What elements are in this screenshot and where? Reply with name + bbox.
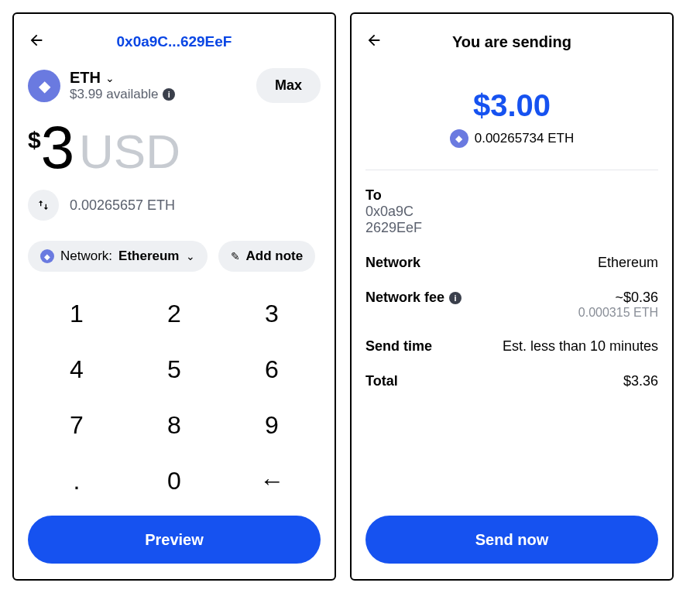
eth-icon: ◆ [40, 249, 54, 263]
network-fee-usd: ~$0.36 [578, 290, 658, 306]
eth-icon: ◆ [28, 70, 60, 102]
screen1-header: 0x0a9C...629EeF [28, 26, 321, 57]
preview-button[interactable]: Preview [28, 516, 321, 564]
pencil-icon: ✎ [231, 250, 240, 262]
chevron-down-icon: ⌄ [105, 72, 115, 84]
eth-icon: ◆ [450, 129, 468, 148]
arrow-left-icon [28, 32, 45, 49]
swap-icon [37, 199, 50, 211]
send-details: To 0x0a9C 2629EeF Network Ethereum Netwo… [365, 187, 658, 389]
send-confirm-screen: You are sending $3.00 ◆ 0.00265734 ETH T… [350, 12, 674, 581]
currency-code: USD [79, 124, 180, 179]
send-amount-usd: $3.00 [473, 88, 551, 123]
amount-display: $ 3 USD [28, 117, 321, 179]
key-7[interactable]: 7 [28, 398, 125, 454]
send-amount-eth: 0.00265734 ETH [475, 131, 575, 146]
network-value: Ethereum [598, 255, 658, 271]
network-chip[interactable]: ◆ Network: Ethereum ⌄ [28, 241, 208, 272]
key-1[interactable]: 1 [28, 286, 125, 341]
key-2[interactable]: 2 [125, 286, 223, 341]
info-icon[interactable]: i [163, 88, 175, 101]
key-6[interactable]: 6 [223, 341, 321, 397]
recipient-address-link[interactable]: 0x0a9C...629EeF [117, 33, 232, 50]
key-0[interactable]: 0 [125, 454, 223, 509]
to-address-line1: 0x0a9C [365, 204, 658, 220]
key-9[interactable]: 9 [223, 398, 321, 454]
send-entry-screen: 0x0a9C...629EeF ◆ ETH ⌄ $3.99 available … [12, 12, 336, 581]
amount-value: 3 [41, 117, 74, 177]
page-title: You are sending [365, 33, 658, 51]
key-5[interactable]: 5 [125, 341, 223, 397]
key-3[interactable]: 3 [223, 286, 321, 341]
numeric-keypad: 1 2 3 4 5 6 7 8 9 . 0 ← [28, 286, 321, 509]
token-symbol: ETH [70, 69, 101, 87]
send-summary: $3.00 ◆ 0.00265734 ETH [365, 88, 658, 170]
currency-symbol: $ [28, 127, 41, 153]
swap-currency-button[interactable] [28, 190, 59, 221]
add-note-label: Add note [246, 249, 304, 264]
send-time-label: Send time [365, 338, 432, 355]
to-label: To [365, 187, 658, 204]
screen2-header: You are sending [365, 26, 658, 57]
max-button[interactable]: Max [256, 68, 321, 103]
back-button[interactable] [28, 29, 56, 54]
network-fee-eth: 0.000315 ETH [578, 306, 658, 320]
add-note-chip[interactable]: ✎ Add note [218, 241, 316, 272]
to-address-line2: 2629EeF [365, 220, 658, 236]
chevron-down-icon: ⌄ [186, 250, 195, 262]
total-value: $3.36 [623, 373, 658, 389]
total-label: Total [365, 373, 398, 389]
network-fee-label: Network fee [365, 290, 444, 306]
network-chip-value: Ethereum [118, 249, 179, 264]
info-icon[interactable]: i [449, 292, 462, 304]
key-dot[interactable]: . [28, 454, 125, 509]
token-selector[interactable]: ETH ⌄ [70, 69, 175, 87]
key-8[interactable]: 8 [125, 398, 223, 454]
eth-equivalent: 0.00265657 ETH [70, 197, 175, 214]
key-backspace[interactable]: ← [223, 454, 321, 509]
token-row: ◆ ETH ⌄ $3.99 available i Max [28, 68, 321, 103]
send-time-value: Est. less than 10 minutes [503, 338, 658, 355]
send-now-button[interactable]: Send now [365, 516, 658, 564]
key-4[interactable]: 4 [28, 341, 125, 397]
network-chip-prefix: Network: [60, 249, 112, 264]
available-balance: $3.99 available [70, 87, 158, 102]
network-label: Network [365, 255, 420, 271]
